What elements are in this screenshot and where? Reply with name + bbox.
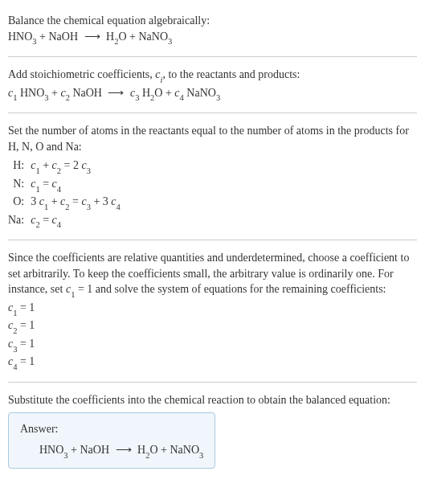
value: = 1 [17,319,35,331]
step1-section: Add stoichiometric coefficients, ci, to … [8,60,417,109]
text: Add stoichiometric coefficients, [8,68,155,80]
subscript: 2 [66,93,70,102]
list-item: c2 = 1 [8,318,417,335]
plus: + [40,159,52,171]
species: H [106,31,114,43]
coeff: c [81,195,86,207]
plus: + [127,31,139,43]
subscript: 1 [71,290,75,299]
list-item: c4 = 1 [8,354,417,371]
coeff: c [52,178,57,190]
num: 2 [73,159,82,171]
coeff: c [39,195,44,207]
value: = 1 [17,338,35,350]
subscript: 1 [44,203,48,211]
coeff: c [60,87,65,99]
divider [8,240,417,240]
divider [8,382,417,383]
coeff: c [111,195,116,207]
intro-equation: HNO3 + NaOH ⟶ H2O + NaNO3 [8,29,417,47]
subscript: 3 [87,203,91,211]
element-label: Na: [8,212,31,230]
subscript: 3 [199,451,203,460]
subscript: 1 [13,93,17,102]
plus: + [48,195,60,207]
table-row: Na: c2 = c4 [8,212,121,230]
subscript: 3 [32,37,36,46]
subscript: 4 [13,363,17,371]
element-label: H: [8,158,31,175]
species: O [154,87,162,99]
species: O [149,444,157,456]
subscript: 3 [63,451,67,460]
species: NaNO [184,87,216,99]
plus: + [158,444,170,456]
text: = 1 and solve the system of equations fo… [75,283,386,295]
coeff: c [52,159,57,171]
element-label: N: [8,176,31,194]
coeff: c [174,87,179,99]
species: NaNO [170,444,199,456]
equation: c1 = c4 [31,176,121,194]
subscript: 2 [13,326,17,335]
intro-section: Balance the chemical equation algebraica… [8,6,417,53]
equation: 3 c1 + c2 = c3 + 3 c4 [31,194,121,211]
equals: = [70,195,82,207]
subscript: 4 [180,93,184,102]
divider [8,113,417,113]
list-item: c3 = 1 [8,336,417,354]
plus: + 3 [91,195,111,207]
arrow-icon: ⟶ [116,442,132,458]
step1-equation: c1 HNO3 + c2 NaOH ⟶ c3 H2O + c4 NaNO3 [8,85,417,103]
answer-label: Answer: [20,421,203,437]
value: = 1 [17,355,35,367]
subscript: 4 [116,203,121,211]
species: NaNO [138,31,168,43]
subscript: 4 [57,220,61,229]
species: O [118,31,126,43]
step4-text: Substitute the coefficients into the che… [8,392,417,408]
plus: + [37,31,49,43]
step3-text: Since the coefficients are relative quan… [8,250,417,300]
species: HNO [39,444,63,456]
equals: = [40,214,52,226]
text: , to the reactants and products: [162,68,300,80]
subscript: 3 [13,345,17,354]
step3-section: Since the coefficients are relative quan… [8,244,417,379]
subscript: 3 [87,166,91,175]
subscript: 3 [168,37,172,46]
table-row: N: c1 = c4 [8,176,121,194]
subscript: 2 [57,166,61,175]
step2-text: Set the number of atoms in the reactants… [8,123,417,154]
subscript: 3 [135,93,139,102]
answer-box: Answer: HNO3 + NaOH ⟶ H2O + NaNO3 [8,412,215,469]
intro-text: Balance the chemical equation algebraica… [8,13,417,29]
arrow-icon: ⟶ [84,29,100,45]
plus: + [49,87,61,99]
list-item: c1 = 1 [8,300,417,318]
species: H [137,444,145,456]
num: 3 [31,195,39,207]
subscript: i [160,76,162,84]
subscript: 2 [35,220,39,229]
element-label: O: [8,194,31,211]
subscript: 2 [65,203,69,211]
coeff: c [81,159,86,171]
equals: = [40,178,52,190]
coeff: c [52,214,57,226]
subscript: 2 [114,37,118,46]
step4-section: Substitute the coefficients into the che… [8,386,417,476]
subscript: 3 [216,93,220,102]
subscript: 1 [13,309,17,318]
subscript: 3 [44,93,48,102]
species: NaOH [80,444,110,456]
arrow-icon: ⟶ [108,85,124,101]
subscript: 2 [150,93,154,102]
equation: c2 = c4 [31,212,121,230]
plus: + [68,444,80,456]
answer-equation: HNO3 + NaOH ⟶ H2O + NaNO3 [20,442,203,460]
table-row: H: c1 + c2 = 2 c3 [8,158,121,175]
subscript: 2 [145,451,149,460]
value: = 1 [17,301,35,313]
divider [8,56,417,57]
